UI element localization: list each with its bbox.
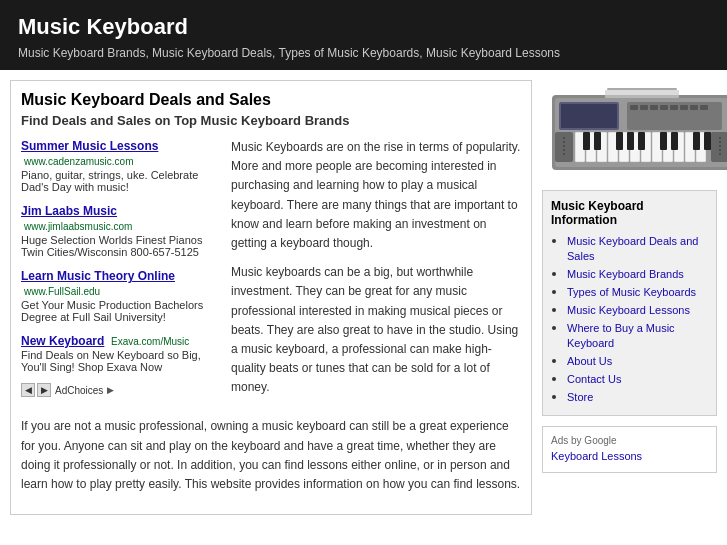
site-title: Music Keyboard [18, 14, 709, 40]
keyboard-image-container [542, 80, 727, 180]
svg-rect-11 [670, 105, 678, 110]
list-item: Music Keyboard Brands [567, 266, 708, 281]
svg-rect-44 [660, 132, 667, 150]
list-item: Types of Music Keyboards [567, 284, 708, 299]
svg-rect-39 [583, 132, 590, 150]
ad-desc-2: Huge Selection Worlds Finest Pianos Twin… [21, 234, 221, 258]
list-item: Contact Us [567, 371, 708, 386]
svg-point-23 [719, 141, 721, 143]
sidebar-link-where[interactable]: Where to Buy a Music Keyboard [567, 322, 675, 349]
ad-title-4[interactable]: New Keyboard [21, 334, 104, 348]
ad-prev-button[interactable]: ◀ [21, 383, 35, 397]
ad-item: New Keyboard Exava.com/Music Find Deals … [21, 333, 221, 373]
svg-rect-5 [605, 90, 679, 98]
svg-rect-41 [616, 132, 623, 150]
svg-point-22 [719, 137, 721, 139]
section-subtitle: Find Deals and Sales on Top Music Keyboa… [21, 113, 521, 128]
svg-point-25 [719, 149, 721, 151]
ad-next-button[interactable]: ▶ [37, 383, 51, 397]
list-item: Music Keyboard Deals and Sales [567, 233, 708, 263]
ads-by-google: Ads by Google Keyboard Lessons [542, 426, 717, 473]
sidebar-link-types[interactable]: Types of Music Keyboards [567, 286, 696, 298]
ad-desc-1: Piano, guitar, strings, uke. Celebrate D… [21, 169, 221, 193]
svg-rect-8 [640, 105, 648, 110]
ad-title-3[interactable]: Learn Music Theory Online [21, 269, 175, 283]
sidebar-link-store[interactable]: Store [567, 391, 593, 403]
svg-rect-3 [561, 104, 617, 128]
svg-point-26 [719, 153, 721, 155]
google-ad-link-1[interactable]: Keyboard Lessons [551, 450, 708, 462]
ad-item: Summer Music Lessons www.cadenzamusic.co… [21, 138, 221, 193]
svg-rect-10 [660, 105, 668, 110]
svg-rect-47 [704, 132, 711, 150]
keyboard-image [547, 80, 727, 180]
site-subtitle: Music Keyboard Brands, Music Keyboard De… [18, 46, 709, 60]
sidebar-link-about[interactable]: About Us [567, 355, 612, 367]
svg-rect-14 [700, 105, 708, 110]
ad-url-2: www.jimlaabsmusic.com [24, 221, 132, 232]
list-item: About Us [567, 353, 708, 368]
sidebar-link-brands[interactable]: Music Keyboard Brands [567, 268, 684, 280]
ad-item: Learn Music Theory Online www.FullSail.e… [21, 268, 221, 323]
ads-column: Summer Music Lessons www.cadenzamusic.co… [21, 138, 221, 407]
svg-point-18 [563, 145, 565, 147]
article-text: Music Keyboards are on the rise in terms… [231, 138, 521, 407]
svg-rect-45 [671, 132, 678, 150]
info-box-title: Music Keyboard Information [551, 199, 708, 227]
ad-url-3: www.FullSail.edu [24, 286, 100, 297]
header: Music Keyboard Music Keyboard Brands, Mu… [0, 0, 727, 70]
svg-point-24 [719, 145, 721, 147]
ad-choices-row: ◀ ▶ AdChoices ▶ [21, 383, 221, 397]
ad-choices-label: AdChoices [55, 385, 103, 396]
svg-rect-21 [711, 132, 727, 162]
section-title: Music Keyboard Deals and Sales [21, 91, 521, 109]
svg-rect-46 [693, 132, 700, 150]
ads-by-google-label: Ads by Google [551, 435, 708, 446]
svg-point-17 [563, 141, 565, 143]
article-para-1: Music Keyboards are on the rise in terms… [231, 138, 521, 253]
ad-desc-4: Find Deals on New Keyboard so Big, You'l… [21, 349, 221, 373]
ad-item: Jim Laabs Music www.jimlaabsmusic.com Hu… [21, 203, 221, 258]
svg-point-19 [563, 149, 565, 151]
article-para-2: Music keyboards can be a big, but worthw… [231, 263, 521, 397]
sidebar-link-lessons[interactable]: Music Keyboard Lessons [567, 304, 690, 316]
sidebar-links-list: Music Keyboard Deals and Sales Music Key… [551, 233, 708, 404]
svg-rect-13 [690, 105, 698, 110]
main-content-area: Music Keyboard Deals and Sales Find Deal… [10, 80, 532, 515]
ad-title-2[interactable]: Jim Laabs Music [21, 204, 117, 218]
list-item: Store [567, 389, 708, 404]
ad-nav[interactable]: ◀ ▶ [21, 383, 51, 397]
content-wrapper: Music Keyboard Deals and Sales Find Deal… [0, 70, 727, 535]
sidebar-link-deals[interactable]: Music Keyboard Deals and Sales [567, 235, 698, 262]
ad-url-1: www.cadenzamusic.com [24, 156, 133, 167]
list-item: Where to Buy a Music Keyboard [567, 320, 708, 350]
article-para-3: If you are not a music professional, own… [21, 417, 521, 494]
svg-point-16 [563, 137, 565, 139]
svg-rect-4 [607, 88, 677, 90]
svg-point-20 [563, 153, 565, 155]
svg-rect-43 [638, 132, 645, 150]
info-box: Music Keyboard Information Music Keyboar… [542, 190, 717, 416]
right-sidebar: Music Keyboard Information Music Keyboar… [542, 80, 717, 525]
svg-rect-40 [594, 132, 601, 150]
ad-title-1[interactable]: Summer Music Lessons [21, 139, 158, 153]
list-item: Music Keyboard Lessons [567, 302, 708, 317]
svg-rect-12 [680, 105, 688, 110]
lower-text: If you are not a music professional, own… [21, 417, 521, 494]
ad-choices-icon: ▶ [107, 385, 114, 395]
ad-desc-3: Get Your Music Production Bachelors Degr… [21, 299, 221, 323]
main-content: Music Keyboard Deals and Sales Find Deal… [10, 80, 532, 525]
ads-section: Summer Music Lessons www.cadenzamusic.co… [21, 138, 521, 407]
svg-rect-42 [627, 132, 634, 150]
svg-rect-7 [630, 105, 638, 110]
ad-url-4: Exava.com/Music [111, 336, 189, 347]
svg-rect-9 [650, 105, 658, 110]
sidebar-link-contact[interactable]: Contact Us [567, 373, 621, 385]
